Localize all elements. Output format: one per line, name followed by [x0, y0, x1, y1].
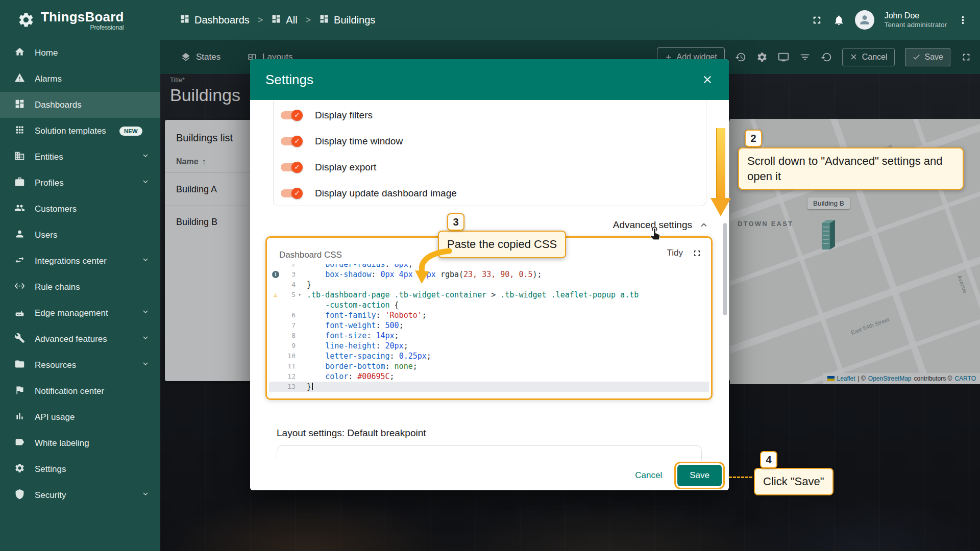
- sidebar-item-resources[interactable]: Resources: [0, 352, 160, 378]
- editor-actions: Tidy: [667, 248, 702, 258]
- sidebar: ThingsBoard Professional HomeAlarmsDashb…: [0, 0, 160, 551]
- breadcrumb-item-dashboards[interactable]: Dashboards: [180, 14, 250, 27]
- warning-annotation-icon: ⚠: [274, 290, 278, 300]
- sidebar-item-integrations-center[interactable]: Integrations center: [0, 248, 160, 274]
- breadcrumb: Dashboards>All>Buildings: [180, 0, 375, 40]
- tidy-button[interactable]: Tidy: [667, 248, 683, 258]
- edge-management-icon: [14, 307, 25, 317]
- sidebar-item-settings[interactable]: Settings: [0, 456, 160, 482]
- breadcrumb-item-all[interactable]: All: [271, 14, 297, 27]
- code-line-4: 4}: [269, 280, 709, 290]
- css-code-editor[interactable]: 2 border-radius: 8px;i3 box-shadow: 0px …: [269, 264, 709, 394]
- fold-caret-icon: [296, 280, 304, 290]
- code-rows: 2 border-radius: 8px;i3 box-shadow: 0px …: [269, 264, 709, 392]
- breadcrumb-separator: >: [258, 15, 263, 26]
- more-menu-icon[interactable]: [957, 14, 969, 26]
- code-line-wrap: -custom-action {: [269, 300, 709, 310]
- home-icon: [14, 46, 25, 57]
- toggle-label: Display export: [315, 162, 376, 173]
- sidebar-item-edge-management[interactable]: Edge management: [0, 300, 160, 326]
- advanced-features-icon: [14, 333, 25, 343]
- dashboard-css-label: Dashboard CSS: [279, 250, 342, 260]
- fold-caret-icon: [296, 341, 304, 351]
- fold-caret-icon: [296, 361, 304, 371]
- user-name: John Doe: [885, 11, 947, 21]
- fold-caret-icon: ▾: [296, 290, 304, 300]
- code-line-13: 13}: [269, 382, 709, 392]
- code-line-8: 8 font-size: 14px;: [269, 331, 709, 341]
- notifications-bell-icon[interactable]: [833, 14, 845, 26]
- line-number: 8: [282, 331, 296, 341]
- dialog-close-icon[interactable]: [701, 73, 714, 86]
- fold-caret-icon: [296, 382, 304, 392]
- toggle-switch-display-update-dashboard-image[interactable]: ✓: [281, 189, 301, 197]
- sidebar-item-api-usage[interactable]: API usage: [0, 404, 160, 430]
- sidebar-item-customers[interactable]: Customers: [0, 196, 160, 222]
- white-labeling-icon: [14, 437, 25, 447]
- brand-gear-icon: [17, 11, 35, 29]
- sidebar-item-notification-center[interactable]: Notification center: [0, 378, 160, 404]
- line-number: 13: [282, 382, 296, 392]
- cancel-button[interactable]: Cancel: [629, 465, 668, 486]
- editor-expand-icon[interactable]: [692, 248, 702, 258]
- toggle-check-icon: ✓: [291, 136, 303, 147]
- line-number: 4: [282, 280, 296, 290]
- step4-badge: 4: [760, 451, 777, 468]
- line-number: 6: [282, 310, 296, 320]
- code-line-2: 2 border-radius: 8px;: [269, 264, 709, 269]
- dialog-footer: Cancel Save: [250, 461, 729, 490]
- chevron-down-icon: [141, 151, 150, 160]
- code-line-11: 11 border-bottom: none;: [269, 361, 709, 371]
- code-line-12: 12 color: #00695C;: [269, 371, 709, 382]
- sidebar-item-dashboards[interactable]: Dashboards: [0, 92, 160, 118]
- line-number: 3: [282, 269, 296, 280]
- entities-icon: [14, 151, 25, 161]
- step2-arrow-head: [710, 198, 731, 216]
- solution-templates-icon: [14, 124, 25, 135]
- sidebar-item-entities[interactable]: Entities: [0, 144, 160, 170]
- avatar[interactable]: [855, 10, 874, 30]
- chevron-down-icon: [141, 255, 150, 264]
- dashboard-css-panel: Dashboard CSS Tidy 2 border-radius: 8px;…: [265, 236, 713, 400]
- sidebar-item-alarms[interactable]: Alarms: [0, 66, 160, 92]
- fold-caret-icon: [296, 300, 304, 310]
- sidebar-item-solution-templates[interactable]: Solution templatesNEW: [0, 118, 160, 144]
- step2-arrow-shaft: [716, 128, 725, 198]
- breadcrumb-item-buildings[interactable]: Buildings: [319, 14, 375, 27]
- chevron-down-icon: [141, 307, 150, 316]
- line-number: 5: [282, 290, 296, 300]
- toggle-switch-display-export[interactable]: ✓: [281, 163, 301, 171]
- code-line-7: 7 font-weight: 500;: [269, 320, 709, 331]
- code-line-9: 9 line-height: 20px;: [269, 341, 709, 351]
- toggle-row-display-time-window: ✓Display time window: [274, 128, 706, 154]
- toggle-check-icon: ✓: [291, 162, 303, 173]
- line-number: 9: [282, 341, 296, 351]
- chevron-down-icon: [141, 359, 150, 368]
- fullscreen-icon[interactable]: [811, 14, 823, 26]
- sidebar-item-security[interactable]: Security: [0, 482, 160, 508]
- fold-caret-icon: [296, 371, 304, 382]
- sidebar-item-home[interactable]: Home: [0, 40, 160, 66]
- line-number: 2: [282, 264, 296, 269]
- step4-connector-line: [729, 477, 752, 478]
- dialog-scrollbar[interactable]: [723, 223, 727, 315]
- code-line-6: 6 font-family: 'Roboto';: [269, 310, 709, 320]
- dashboards-icon: [14, 98, 25, 109]
- pointer-cursor-icon: [647, 224, 663, 240]
- sidebar-item-users[interactable]: Users: [0, 222, 160, 248]
- toggle-switch-display-filters[interactable]: ✓: [281, 111, 301, 119]
- resources-icon: [14, 359, 25, 369]
- sidebar-item-profiles[interactable]: Profiles: [0, 170, 160, 196]
- dashboards-icon: [319, 14, 329, 24]
- save-button[interactable]: Save: [677, 465, 722, 486]
- fold-caret-icon: [296, 320, 304, 331]
- fold-caret-icon: [296, 310, 304, 320]
- chevron-down-icon: [141, 333, 150, 342]
- step3-arrow: [408, 248, 454, 287]
- brand-logo: ThingsBoard Professional: [0, 0, 160, 40]
- sidebar-item-advanced-features[interactable]: Advanced features: [0, 326, 160, 352]
- sidebar-item-white-labeling[interactable]: White labeling: [0, 430, 160, 456]
- sidebar-item-rule-chains[interactable]: Rule chains: [0, 274, 160, 300]
- toggle-switch-display-time-window[interactable]: ✓: [281, 137, 301, 145]
- toggle-label: Display update dashboard image: [315, 188, 457, 199]
